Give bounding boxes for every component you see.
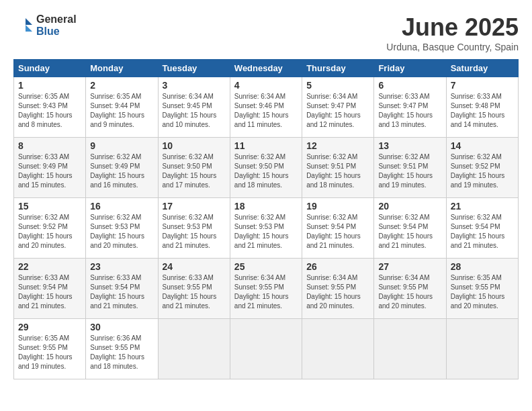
- day-number: 27: [378, 261, 441, 272]
- day-info: Sunrise: 6:32 AM Sunset: 9:54 PM Dayligh…: [451, 213, 514, 250]
- calendar-cell: 17Sunrise: 6:32 AM Sunset: 9:53 PM Dayli…: [158, 198, 230, 259]
- day-info: Sunrise: 6:32 AM Sunset: 9:51 PM Dayligh…: [306, 152, 369, 190]
- logo-icon: [13, 15, 34, 36]
- day-number: 18: [234, 201, 298, 212]
- week-row-4: 22Sunrise: 6:33 AM Sunset: 9:54 PM Dayli…: [14, 259, 519, 319]
- month-title: June 2025: [386, 13, 519, 42]
- svg-marker-1: [26, 25, 32, 32]
- calendar-cell: [158, 319, 230, 379]
- col-header-wednesday: Wednesday: [230, 60, 302, 77]
- day-number: 7: [451, 80, 514, 91]
- day-info: Sunrise: 6:32 AM Sunset: 9:52 PM Dayligh…: [18, 213, 81, 250]
- calendar-cell: 24Sunrise: 6:33 AM Sunset: 9:55 PM Dayli…: [158, 259, 230, 319]
- header-row: SundayMondayTuesdayWednesdayThursdayFrid…: [14, 60, 519, 77]
- col-header-saturday: Saturday: [446, 60, 518, 77]
- location: Urduna, Basque Country, Spain: [386, 42, 519, 52]
- day-info: Sunrise: 6:33 AM Sunset: 9:47 PM Dayligh…: [378, 92, 441, 130]
- day-number: 15: [18, 201, 81, 212]
- calendar-cell: 5Sunrise: 6:34 AM Sunset: 9:47 PM Daylig…: [302, 77, 374, 138]
- calendar-cell: 28Sunrise: 6:35 AM Sunset: 9:55 PM Dayli…: [446, 259, 518, 319]
- day-info: Sunrise: 6:32 AM Sunset: 9:52 PM Dayligh…: [451, 152, 514, 190]
- calendar-cell: 10Sunrise: 6:32 AM Sunset: 9:50 PM Dayli…: [158, 138, 230, 198]
- day-number: 22: [18, 261, 81, 272]
- day-number: 10: [163, 140, 226, 151]
- col-header-friday: Friday: [374, 60, 446, 77]
- day-info: Sunrise: 6:32 AM Sunset: 9:51 PM Dayligh…: [378, 152, 441, 190]
- calendar-cell: 12Sunrise: 6:32 AM Sunset: 9:51 PM Dayli…: [302, 138, 374, 198]
- calendar-table: SundayMondayTuesdayWednesdayThursdayFrid…: [13, 59, 519, 379]
- day-info: Sunrise: 6:32 AM Sunset: 9:53 PM Dayligh…: [234, 213, 298, 250]
- day-number: 23: [90, 261, 153, 272]
- day-number: 9: [90, 140, 153, 151]
- calendar-cell: 16Sunrise: 6:32 AM Sunset: 9:53 PM Dayli…: [86, 198, 158, 259]
- day-info: Sunrise: 6:35 AM Sunset: 9:55 PM Dayligh…: [451, 273, 514, 311]
- day-number: 24: [163, 261, 226, 272]
- calendar-cell: 27Sunrise: 6:34 AM Sunset: 9:55 PM Dayli…: [374, 259, 446, 319]
- day-number: 16: [90, 201, 153, 212]
- day-info: Sunrise: 6:33 AM Sunset: 9:55 PM Dayligh…: [163, 273, 226, 311]
- day-number: 29: [18, 322, 81, 332]
- day-info: Sunrise: 6:34 AM Sunset: 9:55 PM Dayligh…: [306, 273, 369, 311]
- day-info: Sunrise: 6:35 AM Sunset: 9:43 PM Dayligh…: [18, 92, 81, 130]
- calendar-cell: 22Sunrise: 6:33 AM Sunset: 9:54 PM Dayli…: [14, 259, 86, 319]
- day-info: Sunrise: 6:34 AM Sunset: 9:45 PM Dayligh…: [163, 92, 226, 130]
- calendar-cell: 1Sunrise: 6:35 AM Sunset: 9:43 PM Daylig…: [14, 77, 86, 138]
- day-number: 26: [306, 261, 369, 272]
- svg-marker-0: [26, 18, 32, 25]
- day-number: 28: [451, 261, 514, 272]
- day-number: 12: [306, 140, 369, 151]
- page-header: General Blue June 2025 Urduna, Basque Co…: [13, 13, 519, 52]
- logo-text: General Blue: [36, 13, 77, 37]
- col-header-monday: Monday: [86, 60, 158, 77]
- calendar-cell: 23Sunrise: 6:33 AM Sunset: 9:54 PM Dayli…: [86, 259, 158, 319]
- calendar-cell: [302, 319, 374, 379]
- week-row-3: 15Sunrise: 6:32 AM Sunset: 9:52 PM Dayli…: [14, 198, 519, 259]
- day-number: 5: [306, 80, 369, 91]
- day-info: Sunrise: 6:33 AM Sunset: 9:54 PM Dayligh…: [90, 273, 153, 311]
- day-info: Sunrise: 6:32 AM Sunset: 9:49 PM Dayligh…: [90, 152, 153, 190]
- day-info: Sunrise: 6:33 AM Sunset: 9:48 PM Dayligh…: [451, 92, 514, 130]
- day-number: 3: [163, 80, 226, 91]
- col-header-sunday: Sunday: [14, 60, 86, 77]
- day-number: 6: [378, 80, 441, 91]
- day-info: Sunrise: 6:33 AM Sunset: 9:49 PM Dayligh…: [18, 152, 81, 190]
- day-info: Sunrise: 6:35 AM Sunset: 9:44 PM Dayligh…: [90, 92, 153, 130]
- day-info: Sunrise: 6:34 AM Sunset: 9:47 PM Dayligh…: [306, 92, 369, 130]
- day-number: 2: [90, 80, 153, 91]
- day-number: 14: [451, 140, 514, 151]
- calendar-cell: 30Sunrise: 6:36 AM Sunset: 9:55 PM Dayli…: [86, 319, 158, 379]
- day-number: 17: [163, 201, 226, 212]
- calendar-cell: 7Sunrise: 6:33 AM Sunset: 9:48 PM Daylig…: [446, 77, 518, 138]
- calendar-cell: 2Sunrise: 6:35 AM Sunset: 9:44 PM Daylig…: [86, 77, 158, 138]
- day-info: Sunrise: 6:32 AM Sunset: 9:53 PM Dayligh…: [163, 213, 226, 250]
- day-number: 25: [234, 261, 298, 272]
- day-number: 11: [234, 140, 298, 151]
- calendar-cell: 20Sunrise: 6:32 AM Sunset: 9:54 PM Dayli…: [374, 198, 446, 259]
- calendar-cell: 14Sunrise: 6:32 AM Sunset: 9:52 PM Dayli…: [446, 138, 518, 198]
- calendar-cell: 18Sunrise: 6:32 AM Sunset: 9:53 PM Dayli…: [230, 198, 302, 259]
- calendar-cell: 25Sunrise: 6:34 AM Sunset: 9:55 PM Dayli…: [230, 259, 302, 319]
- calendar-cell: 8Sunrise: 6:33 AM Sunset: 9:49 PM Daylig…: [14, 138, 86, 198]
- day-info: Sunrise: 6:35 AM Sunset: 9:55 PM Dayligh…: [18, 334, 81, 371]
- calendar-cell: 26Sunrise: 6:34 AM Sunset: 9:55 PM Dayli…: [302, 259, 374, 319]
- day-info: Sunrise: 6:32 AM Sunset: 9:50 PM Dayligh…: [163, 152, 226, 190]
- calendar-cell: [374, 319, 446, 379]
- day-info: Sunrise: 6:34 AM Sunset: 9:55 PM Dayligh…: [234, 273, 298, 311]
- logo-blue: Blue: [36, 26, 77, 38]
- day-number: 8: [18, 140, 81, 151]
- calendar-cell: 4Sunrise: 6:34 AM Sunset: 9:46 PM Daylig…: [230, 77, 302, 138]
- calendar-cell: 6Sunrise: 6:33 AM Sunset: 9:47 PM Daylig…: [374, 77, 446, 138]
- day-info: Sunrise: 6:33 AM Sunset: 9:54 PM Dayligh…: [18, 273, 81, 311]
- col-header-thursday: Thursday: [302, 60, 374, 77]
- calendar-cell: 21Sunrise: 6:32 AM Sunset: 9:54 PM Dayli…: [446, 198, 518, 259]
- day-info: Sunrise: 6:32 AM Sunset: 9:53 PM Dayligh…: [90, 213, 153, 250]
- calendar-cell: [446, 319, 518, 379]
- day-info: Sunrise: 6:34 AM Sunset: 9:55 PM Dayligh…: [378, 273, 441, 311]
- day-info: Sunrise: 6:32 AM Sunset: 9:54 PM Dayligh…: [306, 213, 369, 250]
- calendar-cell: 19Sunrise: 6:32 AM Sunset: 9:54 PM Dayli…: [302, 198, 374, 259]
- calendar-cell: 11Sunrise: 6:32 AM Sunset: 9:50 PM Dayli…: [230, 138, 302, 198]
- calendar-cell: 29Sunrise: 6:35 AM Sunset: 9:55 PM Dayli…: [14, 319, 86, 379]
- day-number: 20: [378, 201, 441, 212]
- logo: General Blue: [13, 13, 77, 37]
- title-block: June 2025 Urduna, Basque Country, Spain: [386, 13, 519, 52]
